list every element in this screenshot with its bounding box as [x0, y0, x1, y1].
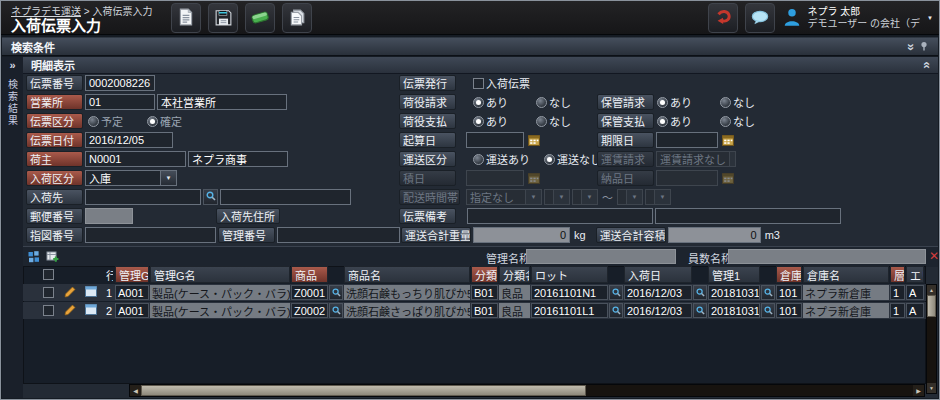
slip-date-input[interactable]: 2016/12/05: [85, 132, 173, 148]
sidebar-expand-icon[interactable]: »: [2, 57, 23, 71]
clear-button[interactable]: [245, 3, 275, 33]
row-checkbox[interactable]: [43, 305, 54, 316]
row-detail-button[interactable]: [81, 285, 101, 300]
start-date-input[interactable]: [466, 132, 524, 148]
expand-section-icon[interactable]: »: [905, 43, 915, 50]
transport-yes-radio[interactable]: [473, 154, 484, 165]
select-all-checkbox[interactable]: [43, 269, 54, 280]
row-edit-button[interactable]: [60, 303, 80, 318]
row-checkbox[interactable]: [43, 287, 54, 298]
mgmt1-cell[interactable]: 20181031: [708, 285, 760, 300]
chat-button[interactable]: [745, 3, 775, 33]
arrival-date-header[interactable]: 入荷日: [624, 266, 692, 283]
row-detail-button[interactable]: [81, 303, 101, 318]
lot-search-button[interactable]: [609, 285, 623, 300]
slip-type-plan-radio[interactable]: [88, 116, 99, 127]
scroll-down-icon[interactable]: ▼: [927, 383, 936, 393]
item-search-button[interactable]: [329, 303, 343, 318]
warehouse-name-header[interactable]: 倉庫名: [803, 266, 889, 283]
arrival-date-cell[interactable]: 2016/12/03: [624, 285, 692, 300]
mgmt-g-cell[interactable]: A001: [115, 303, 149, 318]
transport-no-radio[interactable]: [544, 154, 555, 165]
horizontal-scrollbar-thumb[interactable]: [141, 385, 586, 396]
item-header[interactable]: 商品: [291, 266, 328, 283]
warehouse-cell[interactable]: 101: [776, 303, 802, 318]
scroll-left-icon[interactable]: ◀: [130, 385, 141, 396]
horizontal-scrollbar[interactable]: ◀ ▶: [129, 384, 925, 397]
postal-code-input[interactable]: [85, 208, 133, 224]
warehouse-header[interactable]: 倉庫: [776, 266, 802, 283]
vertical-scrollbar-thumb[interactable]: [927, 295, 936, 317]
lot-search-button[interactable]: [609, 303, 623, 318]
class-header[interactable]: 分類: [471, 266, 498, 283]
area-header[interactable]: エリア: [906, 266, 924, 283]
close-icon[interactable]: ✕: [929, 249, 939, 263]
storage-pay-no-radio[interactable]: [720, 116, 731, 127]
pin-icon[interactable]: [919, 41, 929, 53]
slip-note-input-1[interactable]: [467, 208, 653, 224]
storage-pay-yes-radio[interactable]: [657, 116, 668, 127]
mgmt-g-header[interactable]: 管理G: [115, 266, 149, 283]
mgmt1-cell[interactable]: 20181031: [708, 303, 760, 318]
class-name-header[interactable]: 分類名: [499, 266, 530, 283]
due-date-input[interactable]: [656, 132, 718, 148]
vertical-scrollbar[interactable]: ▲ ▼: [926, 284, 937, 394]
collapse-section-icon[interactable]: «: [921, 61, 931, 68]
warehouse-cell[interactable]: 101: [776, 285, 802, 300]
slip-no-input[interactable]: 0002008226: [85, 75, 155, 91]
item-cell[interactable]: Z0002: [291, 303, 328, 318]
shipper-code-input[interactable]: N0001: [85, 151, 186, 167]
item-name-header[interactable]: 商品名: [344, 266, 470, 283]
grid-settings-button[interactable]: [28, 251, 40, 265]
arrival-dest-name-input[interactable]: [220, 189, 351, 205]
user-menu[interactable]: ネプラ 太郎 デモユーザー の会社（デ ▼: [782, 6, 933, 30]
dest-address-button[interactable]: 入荷先住所: [216, 208, 280, 224]
mgmt-name-input[interactable]: [526, 249, 676, 264]
new-slip-button[interactable]: [171, 3, 201, 33]
arrival-date-search-button[interactable]: [693, 285, 707, 300]
area-cell[interactable]: A: [906, 303, 924, 318]
copy-slip-button[interactable]: [282, 3, 312, 33]
item-search-button[interactable]: [329, 285, 343, 300]
scroll-right-icon[interactable]: ▶: [913, 385, 924, 396]
lot-header[interactable]: ロット: [531, 266, 608, 283]
mgmt-no-input[interactable]: [277, 227, 400, 243]
storage-charge-yes-radio[interactable]: [657, 97, 668, 108]
lot-cell[interactable]: 20161101N1: [531, 285, 608, 300]
handling-pay-yes-radio[interactable]: [473, 116, 484, 127]
add-row-button[interactable]: [46, 251, 59, 265]
scroll-up-icon[interactable]: ▲: [927, 285, 936, 295]
slip-note-input-2[interactable]: [655, 208, 841, 224]
floor-cell[interactable]: 1: [890, 303, 905, 318]
item-cell[interactable]: Z0001: [291, 285, 328, 300]
calendar-icon[interactable]: [526, 133, 541, 148]
mgmt1-search-button[interactable]: [761, 285, 775, 300]
qty-name-input[interactable]: [728, 249, 926, 264]
shipper-name-input[interactable]: ネプラ商事: [188, 151, 288, 167]
floor-header[interactable]: 層: [890, 266, 905, 283]
office-code-input[interactable]: 01: [85, 94, 155, 110]
office-name-input[interactable]: 本社営業所: [157, 94, 287, 110]
handling-charge-no-radio[interactable]: [536, 97, 547, 108]
mgmt1-header[interactable]: 管理1: [708, 266, 760, 283]
order-no-input[interactable]: [85, 227, 216, 243]
mgmt1-search-button[interactable]: [761, 303, 775, 318]
save-button[interactable]: [208, 3, 238, 33]
mgmt-g-cell[interactable]: A001: [115, 285, 149, 300]
calendar-icon[interactable]: [720, 133, 735, 148]
undo-button[interactable]: [708, 3, 738, 33]
area-cell[interactable]: A: [906, 285, 924, 300]
storage-charge-no-radio[interactable]: [720, 97, 731, 108]
row-edit-button[interactable]: [60, 285, 80, 300]
class-cell[interactable]: B01: [471, 303, 498, 318]
floor-cell[interactable]: 1: [890, 285, 905, 300]
arrival-dest-code-input[interactable]: [85, 189, 201, 205]
arrival-date-search-button[interactable]: [693, 303, 707, 318]
lot-cell[interactable]: 20161101L1: [531, 303, 608, 318]
handling-charge-yes-radio[interactable]: [473, 97, 484, 108]
handling-pay-no-radio[interactable]: [536, 116, 547, 127]
arrival-type-select[interactable]: 入庫 ▼: [85, 170, 177, 186]
class-cell[interactable]: B01: [471, 285, 498, 300]
slip-issue-checkbox[interactable]: [473, 78, 484, 89]
arrival-dest-search-button[interactable]: [203, 189, 218, 205]
